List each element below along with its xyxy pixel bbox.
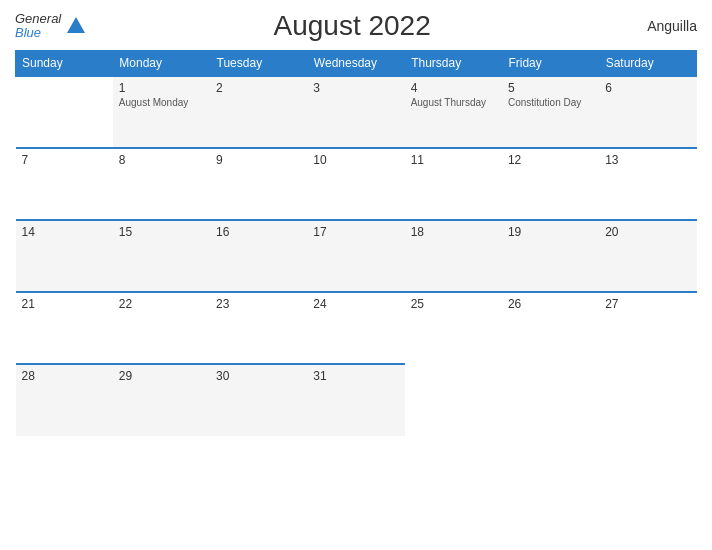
day-number: 26 [508,297,593,311]
day-number: 5 [508,81,593,95]
day-number: 9 [216,153,301,167]
day-number: 8 [119,153,204,167]
country-name: Anguilla [617,18,697,34]
day-number: 15 [119,225,204,239]
calendar-cell: 13 [599,148,696,220]
calendar-cell: 5Constitution Day [502,76,599,148]
calendar-cell: 22 [113,292,210,364]
day-number: 28 [22,369,107,383]
day-number: 16 [216,225,301,239]
holiday-name: August Monday [119,97,204,109]
day-number: 25 [411,297,496,311]
calendar-cell: 25 [405,292,502,364]
day-number: 14 [22,225,107,239]
day-header-tuesday: Tuesday [210,51,307,77]
day-number: 29 [119,369,204,383]
day-number: 24 [313,297,398,311]
day-header-sunday: Sunday [16,51,113,77]
day-number: 10 [313,153,398,167]
day-number: 30 [216,369,301,383]
calendar-cell: 21 [16,292,113,364]
day-number: 21 [22,297,107,311]
calendar-cell: 15 [113,220,210,292]
week-row-4: 21222324252627 [16,292,697,364]
calendar-cell: 12 [502,148,599,220]
month-title: August 2022 [87,10,617,42]
day-number: 2 [216,81,301,95]
calendar-cell: 17 [307,220,404,292]
day-number: 1 [119,81,204,95]
logo-icon [65,15,87,37]
holiday-name: Constitution Day [508,97,593,109]
day-number: 18 [411,225,496,239]
day-number: 27 [605,297,690,311]
week-row-3: 14151617181920 [16,220,697,292]
logo: General Blue [15,12,87,41]
calendar-cell [599,364,696,436]
day-header-wednesday: Wednesday [307,51,404,77]
day-number: 22 [119,297,204,311]
day-header-friday: Friday [502,51,599,77]
calendar-cell: 16 [210,220,307,292]
calendar-cell: 9 [210,148,307,220]
day-number: 4 [411,81,496,95]
day-number: 6 [605,81,690,95]
days-header-row: SundayMondayTuesdayWednesdayThursdayFrid… [16,51,697,77]
calendar-cell [405,364,502,436]
calendar-cell: 2 [210,76,307,148]
calendar-cell: 30 [210,364,307,436]
day-header-saturday: Saturday [599,51,696,77]
day-number: 3 [313,81,398,95]
calendar-cell: 28 [16,364,113,436]
calendar-cell: 7 [16,148,113,220]
calendar-cell: 11 [405,148,502,220]
calendar-cell: 18 [405,220,502,292]
calendar-cell: 1August Monday [113,76,210,148]
calendar-cell: 29 [113,364,210,436]
calendar-cell: 24 [307,292,404,364]
calendar-cell: 4August Thursday [405,76,502,148]
day-number: 12 [508,153,593,167]
calendar-cell: 6 [599,76,696,148]
calendar-cell: 10 [307,148,404,220]
calendar-cell: 20 [599,220,696,292]
calendar-header: General Blue August 2022 Anguilla [15,10,697,42]
day-header-monday: Monday [113,51,210,77]
week-row-5: 28293031 [16,364,697,436]
calendar-cell: 14 [16,220,113,292]
calendar-cell: 23 [210,292,307,364]
day-number: 13 [605,153,690,167]
day-number: 23 [216,297,301,311]
logo-text: General Blue [15,12,61,41]
day-header-thursday: Thursday [405,51,502,77]
day-number: 31 [313,369,398,383]
calendar-table: SundayMondayTuesdayWednesdayThursdayFrid… [15,50,697,436]
calendar-cell: 3 [307,76,404,148]
day-number: 19 [508,225,593,239]
week-row-1: 1August Monday234August Thursday5Constit… [16,76,697,148]
week-row-2: 78910111213 [16,148,697,220]
day-number: 11 [411,153,496,167]
day-number: 20 [605,225,690,239]
calendar-cell: 26 [502,292,599,364]
calendar-cell: 31 [307,364,404,436]
calendar-cell: 19 [502,220,599,292]
calendar-cell [502,364,599,436]
calendar-cell: 8 [113,148,210,220]
calendar-cell: 27 [599,292,696,364]
calendar-container: General Blue August 2022 Anguilla Sunday… [0,0,712,550]
day-number: 17 [313,225,398,239]
calendar-cell [16,76,113,148]
holiday-name: August Thursday [411,97,496,109]
day-number: 7 [22,153,107,167]
svg-marker-0 [67,17,85,33]
